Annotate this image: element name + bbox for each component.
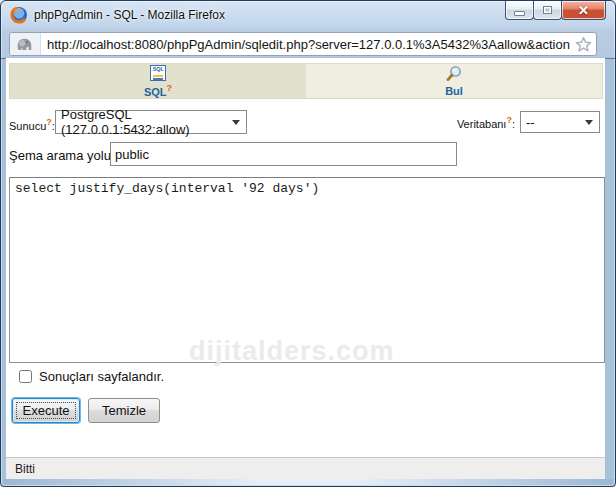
navigation-bar: http://localhost:8080/phpPgAdmin/sqledit…	[1, 29, 615, 59]
tab-bul-label: Bul	[445, 85, 463, 97]
schema-input[interactable]	[110, 142, 457, 166]
tab-bul[interactable]: Bul	[306, 64, 602, 98]
window-controls: ✕	[505, 1, 606, 20]
status-text: Bitti	[15, 462, 35, 476]
database-select[interactable]: --	[520, 111, 600, 133]
server-label: Sunucu?:	[9, 117, 55, 132]
paginate-label: Sonuçları sayfalandır.	[39, 369, 164, 384]
sql-textarea[interactable]: select justify_days(interval '92 days')	[9, 177, 605, 363]
tab-bar: SQL SQL? Bul	[9, 63, 603, 99]
window-title: phpPgAdmin - SQL - Mozilla Firefox	[34, 1, 225, 29]
postgresql-favicon	[16, 37, 34, 52]
titlebar[interactable]: phpPgAdmin - SQL - Mozilla Firefox ✕	[1, 1, 615, 29]
close-icon: ✕	[578, 2, 589, 19]
tab-sql-label: SQL?	[144, 83, 172, 98]
bookmark-star-icon	[575, 36, 592, 53]
site-identity-button[interactable]	[10, 33, 41, 55]
execute-button[interactable]: Execute	[12, 398, 80, 423]
maximize-icon	[543, 6, 552, 14]
minimize-icon	[514, 11, 525, 16]
url-bar[interactable]: http://localhost:8080/phpPgAdmin/sqledit…	[9, 32, 597, 56]
clear-button[interactable]: Temizle	[88, 398, 160, 423]
paginate-row: Sonuçları sayfalandır.	[19, 369, 164, 384]
url-text[interactable]: http://localhost:8080/phpPgAdmin/sqledit…	[41, 37, 570, 52]
server-select[interactable]: PostgreSQL (127.0.0.1:5432:allow)	[55, 110, 247, 134]
search-icon	[445, 65, 463, 83]
tab-sql[interactable]: SQL SQL?	[10, 64, 306, 98]
firefox-icon	[10, 6, 28, 24]
schema-label: Şema arama yolu?:	[9, 147, 120, 163]
database-label: Veritabanı?:	[457, 115, 515, 130]
page-content: SQL SQL? Bul Sunucu?: PostgreSQL (127.0.…	[6, 58, 605, 479]
paginate-checkbox[interactable]	[19, 370, 32, 383]
minimize-button[interactable]	[505, 1, 534, 20]
sql-icon: SQL	[150, 65, 166, 81]
window-bottom-border	[3, 479, 613, 485]
database-group: Veritabanı?: --	[457, 110, 600, 134]
firefox-window: phpPgAdmin - SQL - Mozilla Firefox ✕	[0, 0, 616, 487]
sql-help-superscript[interactable]: ?	[167, 83, 173, 93]
status-bar: Bitti	[6, 457, 605, 479]
maximize-button[interactable]	[533, 1, 562, 20]
bookmark-star-button[interactable]	[570, 36, 596, 53]
screenshot-stage: phpPgAdmin - SQL - Mozilla Firefox ✕	[0, 0, 616, 487]
close-button[interactable]: ✕	[561, 1, 606, 20]
